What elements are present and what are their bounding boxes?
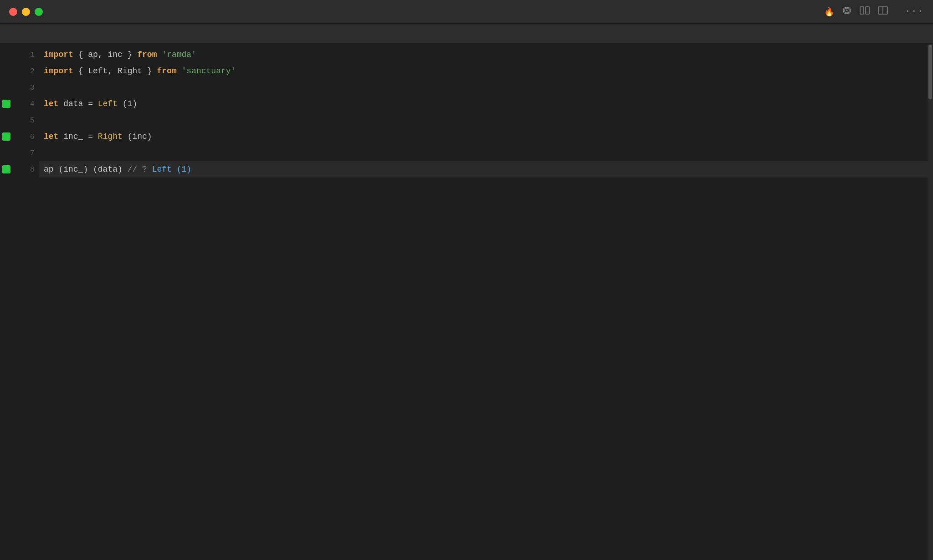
columns-icon[interactable]	[860, 6, 870, 17]
token-ident: data =	[58, 99, 97, 108]
token-num: 1	[128, 99, 133, 108]
token-ident: (inc)	[123, 132, 152, 141]
toolbar-right: 🔥 ···	[824, 6, 924, 18]
code-line	[39, 112, 933, 128]
token-ident	[142, 66, 147, 76]
line-number: 5	[13, 112, 35, 128]
token-kw: import	[44, 50, 73, 59]
scrollbar-thumb[interactable]	[928, 45, 932, 99]
broadcast-icon[interactable]	[842, 6, 851, 18]
code-line: import { Left, Right } from 'sanctuary'	[39, 63, 933, 79]
breakpoint-indicator[interactable]	[2, 132, 10, 141]
token-punct: }	[147, 66, 152, 76]
token-ident	[73, 50, 78, 59]
code-content[interactable]: import { ap, inc } from 'ramda'import { …	[39, 44, 933, 560]
breakpoint-indicator[interactable]	[2, 165, 10, 173]
token-str: 'sanctuary'	[182, 66, 236, 76]
token-from: from	[132, 50, 157, 59]
line-numbers-gutter: 12345678	[13, 44, 39, 560]
line-number: 6	[13, 128, 35, 145]
token-kw: import	[44, 66, 73, 76]
token-ident: Left,	[83, 66, 118, 76]
token-kw: let	[44, 99, 58, 108]
token-punct: {	[78, 66, 83, 76]
tab-bar	[0, 24, 933, 44]
line-indicator-col	[0, 44, 13, 560]
svg-point-0	[846, 10, 848, 11]
token-kw: let	[44, 132, 58, 141]
minimize-button[interactable]	[22, 8, 30, 16]
code-line	[39, 145, 933, 161]
flame-icon[interactable]: 🔥	[824, 7, 834, 17]
token-yellow-ident: Right	[98, 132, 123, 141]
line-number: 1	[13, 46, 35, 63]
code-line: ap (inc_) (data) // ? Left (1)	[39, 161, 933, 178]
editor-area: 12345678 import { ap, inc } from 'ramda'…	[0, 44, 933, 560]
close-button[interactable]	[9, 8, 17, 16]
token-ident: ap (inc_) (data)	[44, 165, 128, 174]
scrollbar[interactable]	[928, 44, 933, 560]
svg-rect-1	[860, 7, 864, 14]
line-number: 4	[13, 96, 35, 112]
svg-rect-2	[866, 7, 869, 14]
token-from: from	[152, 66, 177, 76]
split-icon[interactable]	[878, 6, 888, 17]
line-indicator	[2, 161, 10, 178]
line-indicator	[2, 96, 10, 112]
code-line	[39, 79, 933, 96]
token-ident	[177, 66, 182, 76]
more-options-icon[interactable]: ···	[904, 6, 924, 17]
titlebar: 🔥 ···	[0, 0, 933, 24]
token-ident	[157, 50, 162, 59]
code-line: import { ap, inc } from 'ramda'	[39, 46, 933, 63]
line-number: 3	[13, 79, 35, 96]
token-ident: inc_ =	[58, 132, 97, 141]
window-controls	[9, 8, 43, 16]
breakpoint-indicator[interactable]	[2, 100, 10, 108]
token-punct: {	[78, 50, 83, 59]
token-comment: // ?	[128, 165, 152, 174]
token-yellow-ident: Left	[98, 99, 118, 108]
line-indicator	[2, 128, 10, 145]
code-line: let inc_ = Right (inc)	[39, 128, 933, 145]
maximize-button[interactable]	[35, 8, 43, 16]
token-blue-ident: Left	[152, 165, 172, 174]
token-ident: ap, inc	[83, 50, 127, 59]
token-str: 'ramda'	[162, 50, 196, 59]
line-number: 2	[13, 63, 35, 79]
token-ident: (	[118, 99, 128, 108]
line-number: 7	[13, 145, 35, 161]
token-punct: }	[128, 50, 133, 59]
token-ident	[73, 66, 78, 76]
code-line: let data = Left (1)	[39, 96, 933, 112]
token-ident: Right	[118, 66, 142, 76]
token-blue-ident: (1)	[172, 165, 191, 174]
line-number: 8	[13, 161, 35, 178]
token-ident: )	[132, 99, 137, 108]
